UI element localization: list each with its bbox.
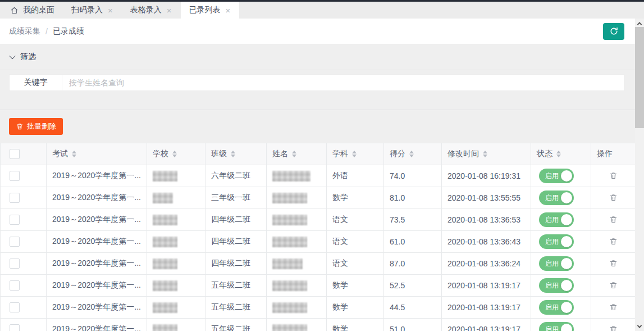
modified-text: 2020-01-08 13:19:17: [447, 325, 520, 331]
redacted-name: [272, 280, 307, 291]
status-toggle[interactable]: 启用: [539, 278, 574, 293]
status-toggle[interactable]: 启用: [539, 234, 574, 249]
cell-modified: 2020-01-08 13:19:17: [442, 297, 531, 319]
column-header-school[interactable]: 学校: [147, 143, 205, 165]
subject-text: 数学: [332, 280, 348, 289]
column-header-modified[interactable]: 修改时间: [442, 143, 531, 165]
scrollbar-thumb[interactable]: [635, 27, 644, 128]
chevron-up-icon: [637, 22, 642, 26]
cell-status: 启用: [531, 165, 591, 187]
redacted-name: [272, 193, 307, 203]
sort-icon[interactable]: [172, 148, 177, 160]
delete-row-button[interactable]: [608, 302, 619, 312]
sort-icon[interactable]: [352, 148, 357, 160]
status-toggle[interactable]: 启用: [539, 169, 574, 183]
tab-3[interactable]: 表格录入×: [122, 2, 181, 19]
close-icon[interactable]: ×: [107, 6, 113, 15]
delete-row-button[interactable]: [608, 280, 619, 291]
status-toggle[interactable]: 启用: [539, 191, 574, 205]
exam-text: 2019～2020学年度第一...: [52, 215, 141, 224]
keyword-field-group: 关键字: [9, 74, 624, 91]
column-header-score[interactable]: 得分: [384, 143, 442, 165]
tab-2[interactable]: 扫码录入×: [63, 2, 122, 19]
delete-row-button[interactable]: [608, 258, 619, 269]
cell-class: 四年级二班: [205, 253, 267, 275]
row-checkbox[interactable]: [10, 280, 20, 291]
status-toggle[interactable]: 启用: [539, 300, 574, 315]
sort-icon[interactable]: [556, 148, 561, 160]
status-toggle[interactable]: 启用: [539, 322, 574, 331]
row-checkbox[interactable]: [10, 215, 20, 225]
cell-exam: 2019～2020学年度第一...: [47, 231, 147, 253]
delete-row-button[interactable]: [608, 324, 619, 331]
delete-row-button[interactable]: [608, 192, 619, 203]
exam-text: 2019～2020学年度第一...: [52, 171, 141, 180]
column-header-subject[interactable]: 学科: [327, 143, 384, 165]
exam-text: 2019～2020学年度第一...: [52, 237, 141, 246]
status-toggle[interactable]: 启用: [539, 256, 574, 271]
exam-text: 2019～2020学年度第一...: [52, 280, 141, 289]
toggle-knob: [561, 302, 572, 313]
cell-subject: 数学: [327, 297, 384, 319]
close-icon[interactable]: ×: [225, 6, 231, 15]
class-text: 五年级二班: [211, 280, 250, 289]
column-header-status[interactable]: 状态: [531, 143, 591, 165]
sort-icon[interactable]: [483, 148, 487, 160]
class-text: 六年级二班: [211, 171, 250, 180]
tab-4[interactable]: 已录列表×: [181, 2, 240, 19]
tab-1[interactable]: 我的桌面: [0, 2, 63, 19]
row-checkbox[interactable]: [10, 193, 20, 203]
tab-label: 我的桌面: [23, 5, 54, 15]
column-header-clazz[interactable]: 班级: [205, 143, 267, 165]
row-checkbox[interactable]: [10, 324, 20, 331]
column-header-name[interactable]: 姓名: [267, 143, 327, 165]
filter-collapse-header[interactable]: 筛选: [0, 44, 635, 70]
trash-icon: [609, 195, 618, 203]
sort-icon[interactable]: [409, 148, 414, 160]
refresh-button[interactable]: [603, 23, 624, 40]
sort-icon[interactable]: [231, 148, 235, 160]
column-header-exam[interactable]: 考试: [47, 143, 147, 165]
subject-text: 数学: [332, 193, 348, 202]
toggle-knob: [561, 324, 572, 331]
cell-class: 六年级二班: [205, 165, 267, 187]
row-checkbox[interactable]: [10, 237, 20, 247]
batch-delete-label: 批量删除: [27, 121, 56, 132]
row-checkbox[interactable]: [10, 259, 20, 269]
close-icon[interactable]: ×: [166, 6, 172, 15]
breadcrumb-parent[interactable]: 成绩采集: [9, 26, 40, 37]
row-checkbox[interactable]: [10, 302, 20, 312]
cell-select: [1, 253, 47, 275]
score-text: 87.0: [390, 259, 405, 268]
vertical-scrollbar[interactable]: [635, 19, 644, 331]
score-text: 61.0: [390, 237, 405, 246]
cell-modified: 2020-01-08 16:19:31: [442, 165, 531, 187]
keyword-input[interactable]: [62, 75, 624, 90]
cell-action: [591, 319, 636, 331]
subject-text: 语文: [332, 237, 348, 246]
table-header-row: 考试学校班级姓名学科得分修改时间状态操作: [1, 143, 636, 165]
filter-title: 筛选: [20, 52, 36, 62]
toggle-knob: [561, 258, 572, 269]
delete-row-button[interactable]: [608, 214, 619, 225]
delete-row-button[interactable]: [608, 236, 619, 247]
cell-school: [147, 253, 205, 275]
status-toggle[interactable]: 启用: [539, 212, 574, 227]
cell-exam: 2019～2020学年度第一...: [47, 253, 147, 275]
redacted-school: [153, 237, 177, 247]
batch-delete-button[interactable]: 批量删除: [9, 118, 63, 135]
row-checkbox[interactable]: [10, 171, 20, 181]
cell-subject: 数学: [327, 319, 384, 331]
status-label: 启用: [545, 259, 559, 269]
cell-subject: 数学: [327, 187, 384, 209]
subject-text: 数学: [332, 324, 348, 331]
sort-icon[interactable]: [292, 148, 296, 160]
cell-action: [591, 275, 636, 297]
select-all-checkbox[interactable]: [10, 149, 20, 159]
scroll-down-button[interactable]: [635, 321, 644, 331]
class-text: 四年级二班: [211, 215, 250, 224]
breadcrumb: 成绩采集 / 已录成绩: [9, 26, 84, 37]
cell-status: 启用: [531, 253, 591, 275]
sort-icon[interactable]: [72, 148, 76, 160]
delete-row-button[interactable]: [608, 170, 619, 181]
